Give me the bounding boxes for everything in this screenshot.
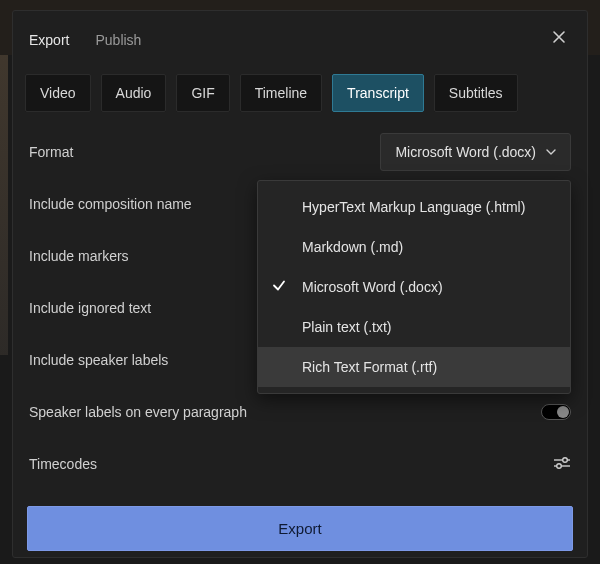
format-label: Format [29, 144, 380, 160]
speaker-labels-every-paragraph-label: Speaker labels on every paragraph [29, 404, 541, 420]
tab-transcript[interactable]: Transcript [332, 74, 424, 112]
format-dropdown: HyperText Markup Language (.html) Markdo… [257, 180, 571, 394]
sliders-icon[interactable] [553, 456, 571, 473]
tab-subtitles[interactable]: Subtitles [434, 74, 518, 112]
panel-footer: Export [13, 490, 587, 564]
speaker-labels-toggle[interactable] [541, 404, 571, 420]
format-option-label: Rich Text Format (.rtf) [302, 359, 437, 375]
timecodes-label: Timecodes [29, 456, 553, 472]
format-option-label: HyperText Markup Language (.html) [302, 199, 525, 215]
format-option-label: Microsoft Word (.docx) [302, 279, 443, 295]
export-button[interactable]: Export [27, 506, 573, 551]
tab-gif[interactable]: GIF [176, 74, 229, 112]
export-type-tabs: Video Audio GIF Timeline Transcript Subt… [13, 64, 587, 126]
format-option-label: Plain text (.txt) [302, 319, 391, 335]
format-option-docx[interactable]: Microsoft Word (.docx) [258, 267, 570, 307]
format-option-html[interactable]: HyperText Markup Language (.html) [258, 187, 570, 227]
timecodes-row: Timecodes [29, 438, 571, 490]
format-option-md[interactable]: Markdown (.md) [258, 227, 570, 267]
format-row: Format Microsoft Word (.docx) [29, 126, 571, 178]
chevron-down-icon [546, 147, 556, 157]
header-tab-publish[interactable]: Publish [95, 32, 141, 48]
header-tab-export[interactable]: Export [29, 32, 69, 48]
format-option-rtf[interactable]: Rich Text Format (.rtf) [258, 347, 570, 387]
format-option-label: Markdown (.md) [302, 239, 403, 255]
tab-video[interactable]: Video [25, 74, 91, 112]
format-option-txt[interactable]: Plain text (.txt) [258, 307, 570, 347]
tab-audio[interactable]: Audio [101, 74, 167, 112]
check-icon [272, 279, 286, 296]
panel-header: Export Publish [13, 11, 587, 64]
panel-body: Format Microsoft Word (.docx) Include co… [13, 126, 587, 490]
close-icon[interactable] [547, 25, 571, 54]
svg-point-3 [557, 463, 562, 468]
svg-point-1 [563, 457, 568, 462]
format-selected-value: Microsoft Word (.docx) [395, 144, 536, 160]
export-panel: Export Publish Video Audio GIF Timeline … [12, 10, 588, 558]
tab-timeline[interactable]: Timeline [240, 74, 322, 112]
format-select[interactable]: Microsoft Word (.docx) [380, 133, 571, 171]
